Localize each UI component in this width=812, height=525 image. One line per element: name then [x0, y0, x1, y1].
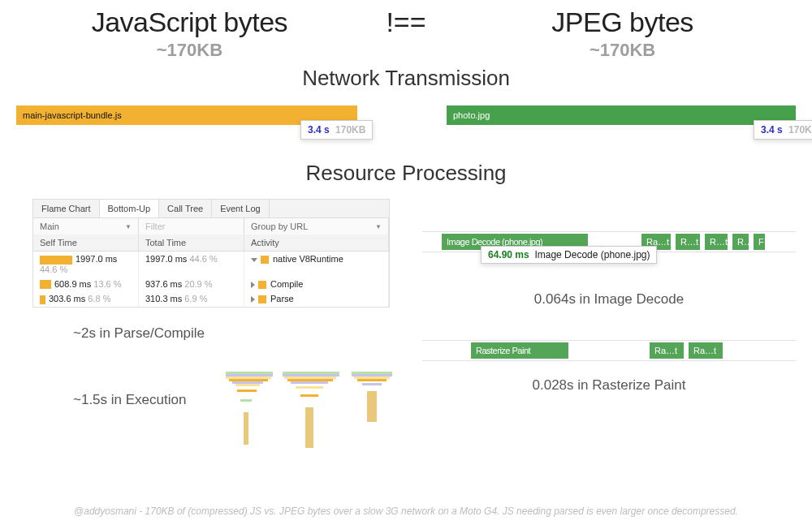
tooltip-size: 170KB [335, 124, 365, 136]
summary-image-decode: 0.064s in Image Decode [422, 291, 796, 308]
activity-color-icon [258, 281, 266, 289]
table-row[interactable]: 1997.0 ms 44.6 % 1997.0 ms 44.6 % native… [33, 252, 389, 277]
tooltip-time: 3.4 s [308, 124, 330, 136]
decode-bar-small: F [754, 234, 765, 250]
expand-icon[interactable] [251, 282, 255, 288]
tab-flame-chart[interactable]: Flame Chart [33, 200, 100, 217]
group-by-label: Group by URL [251, 222, 308, 231]
tab-call-tree[interactable]: Call Tree [159, 200, 212, 217]
expand-icon[interactable] [251, 258, 257, 262]
footer-credit: @addyosmani - 170KB of (compressed) JS v… [0, 506, 812, 517]
expand-icon[interactable] [251, 296, 255, 303]
rasterize-bar-small: Ra…t [689, 342, 723, 359]
decode-bar-small: R…t [676, 234, 700, 250]
size-right: ~170KB [490, 40, 755, 61]
summary-parse-compile: ~2s in Parse/Compile [73, 325, 390, 342]
jpeg-network-tooltip: 3.4 s 170KB [754, 120, 812, 140]
rasterize-bar-small: Ra…t [650, 342, 684, 359]
col-self-time[interactable]: Self Time [33, 235, 139, 251]
image-decode-tooltip: 64.90 ms Image Decode (phone.jpg) [481, 246, 657, 264]
tab-bottom-up[interactable]: Bottom-Up [100, 200, 160, 217]
tab-event-log[interactable]: Event Log [212, 200, 270, 217]
size-left: ~170KB [57, 40, 322, 61]
filter-input[interactable]: Filter [139, 218, 244, 235]
table-row[interactable]: 608.9 ms 13.6 % 937.6 ms 20.9 % Compile [33, 277, 389, 292]
chevron-down-icon: ▼ [125, 223, 132, 230]
tooltip-size: 170KB [788, 124, 812, 136]
section-network-heading: Network Transmission [0, 66, 812, 91]
chevron-down-icon: ▼ [375, 223, 382, 230]
js-network-tooltip: 3.4 s 170KB [300, 120, 373, 140]
title-left: JavaScript bytes [57, 6, 322, 38]
summary-rasterize: 0.028s in Rasterize Paint [422, 377, 796, 394]
thread-select[interactable]: Main▼ [33, 218, 139, 235]
flame-graph-icon [226, 372, 404, 469]
rasterize-bar: Rasterize Paint [471, 342, 568, 359]
col-activity[interactable]: Activity [244, 235, 389, 251]
activity-color-icon [261, 256, 269, 264]
activity-color-icon [258, 295, 266, 303]
decode-bar-small: R…t [705, 234, 728, 250]
table-row[interactable]: 303.6 ms 6.8 % 310.3 ms 6.9 % Parse [33, 291, 389, 307]
rasterize-track: Rasterize Paint Ra…t Ra…t [422, 340, 796, 361]
title-right: JPEG bytes [490, 6, 755, 38]
group-by-select[interactable]: Group by URL▼ [244, 218, 389, 235]
operator-not-equal: !== [364, 6, 447, 61]
section-processing-heading: Resource Processing [0, 161, 812, 186]
jpeg-network-bar: photo.jpg [447, 105, 796, 125]
decode-bar-small: R… [732, 234, 749, 250]
thread-select-label: Main [40, 222, 59, 231]
tooltip-time: 3.4 s [761, 124, 783, 136]
col-total-time[interactable]: Total Time [139, 235, 244, 251]
